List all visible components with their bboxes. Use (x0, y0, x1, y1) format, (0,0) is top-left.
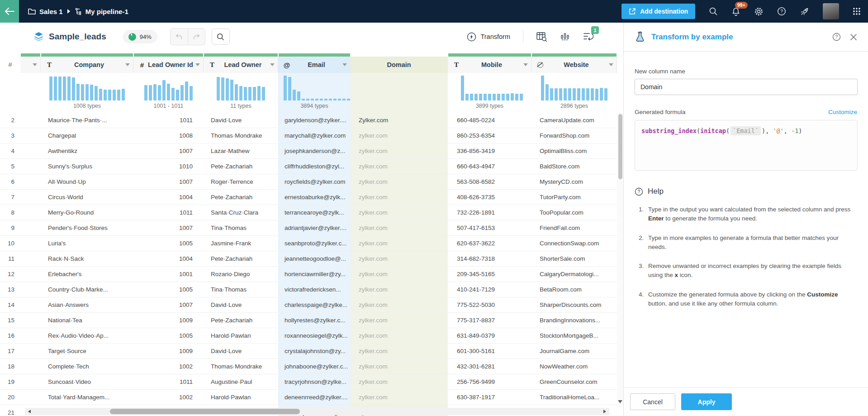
cell-domain[interactable]: zylker.com (351, 205, 448, 220)
histogram-bar[interactable] (545, 84, 549, 100)
histogram-bar[interactable] (190, 86, 193, 100)
cell-lead_owner[interactable]: Santa·Cruz·Clara (204, 205, 278, 220)
dataset-title[interactable]: Sample_leads (33, 32, 106, 42)
cell-company[interactable]: Target·Source (41, 344, 133, 359)
histogram-bar[interactable] (54, 77, 57, 100)
cell-website[interactable]: ShorterSale.com (531, 251, 617, 267)
cell-lead_owner_id[interactable]: 1005 (133, 236, 204, 251)
whats-new-button[interactable] (800, 7, 809, 16)
histogram-bar[interactable] (230, 80, 233, 100)
cell-mobile[interactable]: 775-317-8837 (448, 313, 531, 328)
histogram-bar[interactable] (171, 88, 175, 100)
cell-website[interactable]: FriendFail.com (531, 220, 617, 236)
cell-website[interactable]: TutorParty.com (531, 190, 617, 205)
cell-email[interactable]: charlesspaige@zylke... (278, 297, 351, 313)
cell-company[interactable]: Awthentikz (41, 143, 133, 159)
histogram-bar[interactable] (176, 90, 179, 100)
cell-lead_owner_id[interactable]: 1004 (133, 251, 204, 267)
histogram-bar[interactable] (555, 88, 558, 100)
cell-lead_owner_id[interactable]: 1004 (133, 190, 204, 205)
cell-domain[interactable]: zylker.com (351, 159, 448, 174)
cell-website[interactable]: StocktonMortgageB... (531, 328, 617, 344)
cell-mobile[interactable]: 630-387-1917 (448, 390, 531, 405)
histogram-bar[interactable] (122, 89, 125, 100)
column-header-domain[interactable]: Domain (351, 57, 448, 73)
column-header-email[interactable]: @Email (278, 57, 351, 73)
website-dropdown-caret-icon[interactable] (609, 63, 613, 66)
histogram-bar[interactable] (167, 84, 170, 100)
cell-website[interactable]: TooPopular.com (531, 205, 617, 220)
cell-website[interactable]: NowWeather.com (531, 359, 617, 374)
transform-button[interactable]: Transform (467, 32, 510, 42)
cell-domain[interactable]: zylker.com (351, 190, 448, 205)
cell-domain[interactable]: zylker.com (351, 374, 448, 390)
cell-lead_owner_id[interactable]: 1002 (133, 390, 204, 405)
cell-mobile[interactable]: 432-301-6281 (448, 359, 531, 374)
lead_owner-dropdown-caret-icon[interactable] (270, 63, 275, 66)
histogram-bar[interactable] (235, 84, 238, 100)
cell-website[interactable]: ForwardShop.com (531, 128, 617, 143)
cell-lead_owner_id[interactable]: 1005 (133, 328, 204, 344)
scroll-left-arrow-icon[interactable] (28, 410, 31, 413)
cell-mobile[interactable]: 408-626-3735 (448, 190, 531, 205)
cell-company[interactable]: Country·Club·Marke... (41, 282, 133, 297)
histogram-bar[interactable] (149, 85, 152, 100)
cell-company[interactable]: Merry-Go-Round (41, 205, 133, 220)
cell-website[interactable]: GreenCounselor.com (531, 374, 617, 390)
cell-lead_owner[interactable]: David·Love (204, 344, 278, 359)
cell-company[interactable]: Rex·Audio·Video·Ap... (41, 328, 133, 344)
histogram-bar[interactable] (342, 99, 346, 100)
histogram-bar[interactable] (288, 77, 291, 100)
help-button[interactable]: ? (777, 7, 786, 16)
cell-lead_owner_id[interactable]: 1005 (133, 282, 204, 297)
cell-email[interactable]: ernestoaburke@zylk... (278, 190, 351, 205)
cell-lead_owner_id[interactable]: 1009 (133, 313, 204, 328)
histogram-bar[interactable] (520, 94, 523, 100)
histogram-bar[interactable] (484, 94, 487, 100)
histogram-bar[interactable] (497, 94, 500, 100)
histogram-bar[interactable] (582, 88, 585, 100)
histogram-bar[interactable] (595, 89, 598, 100)
cell-website[interactable]: BrandingInnovations... (531, 313, 617, 328)
column-header-company[interactable]: TCompany (41, 57, 133, 73)
data-quality-badge[interactable]: 94% (123, 30, 157, 43)
column-header-selector[interactable] (20, 57, 41, 73)
histogram-bar[interactable] (302, 99, 305, 100)
histogram-bar[interactable] (76, 84, 80, 100)
cell-company[interactable]: Asian·Answers (41, 297, 133, 313)
histogram-bar[interactable] (104, 90, 107, 100)
apply-button[interactable]: Apply (681, 393, 732, 410)
cell-mobile[interactable]: 563-508-6582 (448, 174, 531, 190)
cell-domain[interactable]: zylker.com (351, 344, 448, 359)
histogram-bar[interactable] (162, 80, 166, 100)
histogram-bar[interactable] (338, 99, 341, 100)
cell-domain[interactable]: zylker.com (351, 328, 448, 344)
cell-email[interactable]: hollyrestes@zylker.c... (278, 313, 351, 328)
cell-email[interactable]: jeannetteogoodloe@... (278, 251, 351, 267)
histogram-bar[interactable] (284, 76, 287, 100)
cell-lead_owner_id[interactable]: 1007 (133, 174, 204, 190)
cell-domain[interactable]: zylker.com (351, 236, 448, 251)
histogram-bar[interactable] (262, 87, 265, 100)
histogram-bar[interactable] (586, 88, 589, 100)
cell-mobile[interactable]: 256-756-9499 (448, 374, 531, 390)
cell-lead_owner_id[interactable]: 1010 (133, 159, 204, 174)
customize-link[interactable]: Customize (828, 109, 857, 115)
vertical-scrollbar[interactable] (617, 113, 623, 407)
cell-email[interactable]: tracyrjohnson@zylke... (278, 374, 351, 390)
cell-company[interactable]: Chargepal (41, 128, 133, 143)
cell-domain[interactable]: zylker.com (351, 390, 448, 405)
email-dropdown-caret-icon[interactable] (342, 63, 347, 66)
cell-lead_owner_id[interactable]: 1002 (133, 359, 204, 374)
column-header-website[interactable]: Website (531, 57, 617, 73)
cell-email[interactable]: terrancearoye@zylk... (278, 205, 351, 220)
cell-lead_owner[interactable]: Harold·Pawlan (204, 390, 278, 405)
cell-lead_owner[interactable]: Rozario·Diego (204, 267, 278, 282)
cell-lead_owner_id[interactable]: 1011 (133, 374, 204, 390)
cell-lead_owner_id[interactable]: 1008 (133, 128, 204, 143)
cell-company[interactable]: Pender's·Food·Stores (41, 220, 133, 236)
cell-mobile[interactable]: 209-345-5165 (448, 267, 531, 282)
profile-view-button[interactable] (560, 32, 570, 42)
histogram-bar[interactable] (559, 88, 562, 100)
histogram-bar[interactable] (470, 94, 473, 100)
